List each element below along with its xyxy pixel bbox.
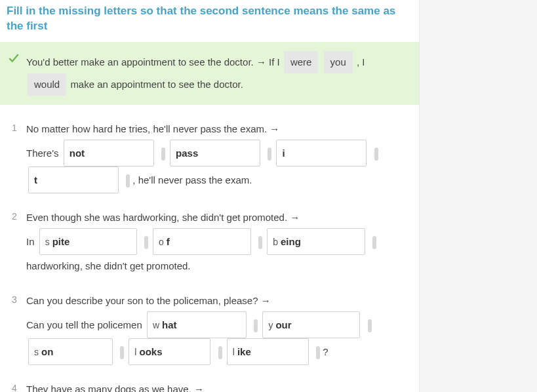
- question-2: 2 Even though she was hardworking, she d…: [0, 197, 419, 281]
- question-prompt: They have as many dogs as we have. →: [26, 383, 204, 392]
- answer-field[interactable]: [176, 147, 254, 159]
- question-number: 2: [12, 206, 17, 227]
- slider-handle[interactable]: [161, 147, 165, 161]
- answer-input[interactable]: [170, 140, 260, 167]
- answer-prefix-text: In: [26, 236, 35, 247]
- answer-input[interactable]: y: [262, 311, 360, 338]
- answer-field[interactable]: [34, 174, 113, 186]
- question-number: 3: [12, 290, 17, 310]
- answer-field[interactable]: [162, 319, 241, 330]
- answer-prefix-text: Can you tell the policemen: [26, 319, 142, 330]
- example-text-mid: , I: [357, 56, 365, 68]
- example-blank-1: were: [284, 51, 319, 73]
- slider-handle[interactable]: [254, 319, 258, 332]
- slider-handle[interactable]: [218, 346, 222, 359]
- answer-input[interactable]: [28, 167, 119, 193]
- question-4: 4 They have as many dogs as we have. → T…: [0, 369, 419, 392]
- answer-field[interactable]: [52, 236, 131, 247]
- example-text-post: make an appointment to see the doctor.: [70, 79, 243, 90]
- letter-hint: l: [134, 347, 136, 357]
- letter-hint: s: [34, 347, 39, 357]
- question-1: 1 No matter how hard he tries, he'll nev…: [0, 109, 419, 197]
- question-prompt: Can you describe your son to the policem…: [26, 295, 271, 306]
- answer-suffix-text: , he'll never pass the exam.: [132, 174, 252, 186]
- slider-handle[interactable]: [268, 147, 271, 161]
- letter-hint: s: [45, 237, 50, 247]
- letter-hint: o: [159, 237, 164, 247]
- answer-input[interactable]: [276, 140, 367, 167]
- answer-suffix-text: ?: [323, 346, 328, 357]
- question-prompt: No matter how hard he tries, he'll never…: [26, 123, 279, 134]
- slider-handle[interactable]: [374, 147, 378, 161]
- answer-input[interactable]: w: [147, 311, 247, 338]
- questions-list: 1 No matter how hard he tries, he'll nev…: [0, 105, 419, 392]
- question-3: 3 Can you describe your son to the polic…: [0, 281, 419, 369]
- question-number: 4: [12, 378, 17, 392]
- answer-field[interactable]: [282, 147, 361, 159]
- question-prompt: Even though she was hardworking, she did…: [26, 212, 300, 223]
- example-blank-3: would: [28, 73, 66, 96]
- answer-field[interactable]: [139, 346, 205, 357]
- letter-hint: l: [233, 347, 235, 357]
- slider-handle[interactable]: [258, 236, 262, 249]
- answer-input[interactable]: l: [129, 338, 210, 365]
- answer-field[interactable]: [70, 147, 148, 159]
- letter-hint: y: [268, 320, 273, 330]
- letter-hint: w: [153, 320, 159, 330]
- answer-suffix-text: hardworking, she didn't get promoted.: [26, 260, 191, 271]
- slider-handle[interactable]: [372, 236, 376, 249]
- answer-input[interactable]: l: [227, 338, 309, 365]
- slider-handle[interactable]: [144, 236, 148, 249]
- answer-field[interactable]: [275, 319, 354, 330]
- slider-handle[interactable]: [120, 346, 124, 359]
- answer-input[interactable]: s: [39, 228, 137, 255]
- answer-field[interactable]: [167, 236, 245, 247]
- example-blank-2: you: [324, 51, 353, 73]
- slider-handle[interactable]: [316, 346, 320, 359]
- answer-input[interactable]: b: [267, 228, 365, 255]
- answer-field[interactable]: [281, 236, 359, 247]
- answer-input[interactable]: s: [28, 338, 113, 365]
- slider-handle[interactable]: [368, 319, 372, 332]
- check-icon: [8, 51, 20, 63]
- slider-handle[interactable]: [126, 174, 130, 187]
- answer-field[interactable]: [41, 346, 107, 357]
- answer-input[interactable]: o: [153, 228, 251, 255]
- instructions-heading: Fill in the missing letters so that the …: [0, 0, 419, 42]
- answer-prefix-text: There's: [26, 147, 59, 159]
- example-row: You'd better make an appointment to see …: [0, 42, 419, 105]
- letter-hint: b: [273, 237, 278, 247]
- example-text-pre: You'd better make an appointment to see …: [26, 56, 280, 68]
- answer-field[interactable]: [237, 346, 303, 357]
- side-panel: [419, 0, 537, 392]
- main-column: Fill in the missing letters so that the …: [0, 0, 419, 392]
- answer-input[interactable]: [64, 140, 154, 167]
- question-number: 1: [12, 118, 17, 138]
